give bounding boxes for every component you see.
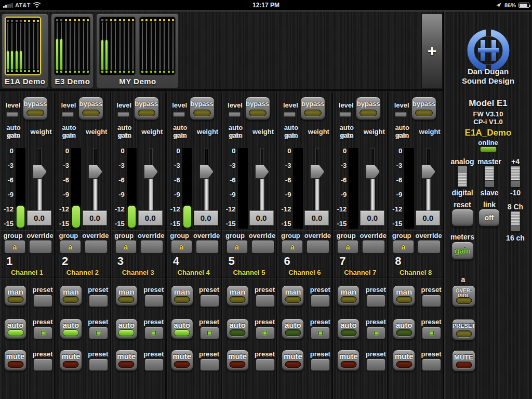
master-override-button[interactable]: OVER- RIDE <box>452 285 475 307</box>
override-button[interactable] <box>251 240 274 254</box>
mute-preset-button[interactable] <box>33 358 52 371</box>
man-preset-button[interactable] <box>422 295 441 307</box>
mute-preset-button[interactable] <box>422 358 441 371</box>
weight-slider-handle[interactable] <box>33 165 47 179</box>
override-button[interactable] <box>140 240 163 254</box>
auto-button[interactable]: auto <box>227 318 249 339</box>
man-preset-button[interactable] <box>366 295 385 307</box>
mute-preset-button[interactable] <box>200 358 219 371</box>
auto-button[interactable]: auto <box>337 318 360 339</box>
master-preset-button[interactable]: PRESET <box>452 319 475 340</box>
mute-preset-button[interactable] <box>256 358 275 371</box>
auto-button[interactable]: auto <box>282 318 304 339</box>
weight-slider-handle[interactable] <box>200 165 214 179</box>
mute-button[interactable]: mute <box>282 350 304 371</box>
channel-name: Channel 8 <box>389 269 443 276</box>
man-preset-button[interactable] <box>144 295 164 307</box>
mute-preset-button[interactable] <box>366 358 385 371</box>
man-button[interactable]: man <box>393 285 415 306</box>
weight-slider-handle[interactable] <box>310 165 324 179</box>
master-slave-switch[interactable] <box>484 166 495 188</box>
channel-number: 7 <box>339 255 345 268</box>
man-button[interactable]: man <box>337 285 360 306</box>
auto-button[interactable]: auto <box>171 318 193 339</box>
preset-tab[interactable]: E3 Demo <box>51 14 94 88</box>
add-preset-button[interactable]: + <box>421 14 443 88</box>
auto-preset-button[interactable] <box>89 327 108 339</box>
group-button[interactable]: a <box>4 240 25 254</box>
override-button[interactable] <box>307 240 329 254</box>
override-button[interactable] <box>418 240 441 254</box>
mute-button[interactable]: mute <box>4 350 26 371</box>
auto-preset-button[interactable] <box>422 327 441 339</box>
auto-button[interactable]: auto <box>4 318 26 339</box>
man-button[interactable]: man <box>171 285 193 306</box>
group-button[interactable]: a <box>60 240 81 254</box>
bypass-button[interactable]: bypass <box>300 97 325 120</box>
reset-button[interactable] <box>451 209 474 227</box>
meters-mode-button[interactable]: gain <box>451 242 474 260</box>
bypass-button[interactable]: bypass <box>190 97 215 120</box>
weight-slider-handle[interactable] <box>255 165 269 179</box>
peak-dot <box>24 20 26 22</box>
bypass-button[interactable]: bypass <box>23 97 48 120</box>
mute-button[interactable]: mute <box>60 350 82 371</box>
override-button[interactable] <box>85 240 108 254</box>
man-preset-button[interactable] <box>256 295 275 307</box>
mute-preset-button[interactable] <box>144 358 164 371</box>
level-switch[interactable] <box>510 166 521 188</box>
mini-meter-bar <box>11 51 13 70</box>
man-preset-button[interactable] <box>200 295 219 307</box>
man-preset-button[interactable] <box>89 295 108 307</box>
man-button[interactable]: man <box>282 285 304 306</box>
bypass-button[interactable]: bypass <box>411 97 436 120</box>
weight-slider-handle[interactable] <box>366 165 380 179</box>
auto-preset-button[interactable] <box>366 327 385 339</box>
man-button[interactable]: man <box>227 285 249 306</box>
group-button[interactable]: a <box>115 240 137 254</box>
bypass-button[interactable]: bypass <box>134 97 159 120</box>
mute-button[interactable]: mute <box>171 350 193 371</box>
mute-button[interactable]: mute <box>227 350 249 371</box>
auto-button[interactable]: auto <box>60 318 82 339</box>
man-button[interactable]: man <box>60 285 82 306</box>
bypass-button[interactable]: bypass <box>78 97 103 120</box>
man-preset-button[interactable] <box>311 295 330 307</box>
override-button[interactable] <box>362 240 385 254</box>
auto-button[interactable]: auto <box>393 318 415 339</box>
man-button[interactable]: man <box>115 285 138 306</box>
auto-preset-button[interactable] <box>200 327 219 339</box>
auto-button[interactable]: auto <box>115 318 138 339</box>
man-button[interactable]: man <box>4 285 26 306</box>
mute-button[interactable]: mute <box>393 350 415 371</box>
weight-slider-handle[interactable] <box>88 165 102 179</box>
bypass-button[interactable]: bypass <box>356 97 381 120</box>
group-button[interactable]: a <box>282 240 303 254</box>
man-preset-button[interactable] <box>33 295 52 307</box>
preset-tab[interactable]: MY Demo <box>96 14 179 88</box>
group-button[interactable]: a <box>171 240 192 254</box>
weight-slider-handle[interactable] <box>421 165 435 179</box>
mute-button[interactable]: mute <box>115 350 138 371</box>
auto-preset-button[interactable] <box>33 327 52 339</box>
link-button[interactable]: off <box>478 209 500 227</box>
mute-preset-button[interactable] <box>311 358 330 371</box>
auto-preset-button[interactable] <box>311 327 330 339</box>
group-button[interactable]: a <box>337 240 358 254</box>
weight-slider-handle[interactable] <box>144 165 158 179</box>
group-button[interactable]: a <box>227 240 248 254</box>
auto-preset-button[interactable] <box>256 327 275 339</box>
group-button[interactable]: a <box>393 240 414 254</box>
override-button[interactable] <box>29 240 52 254</box>
channel-count-switch[interactable] <box>510 211 521 232</box>
gain-value-display: 0.0 <box>416 210 440 225</box>
bypass-button[interactable]: bypass <box>245 97 270 120</box>
master-mute-button[interactable]: MUTE <box>452 350 475 371</box>
mute-preset-button[interactable] <box>89 358 108 371</box>
mute-button[interactable]: mute <box>337 350 360 371</box>
preset-tab[interactable]: E1A Demo <box>2 14 48 88</box>
override-button[interactable] <box>196 240 219 254</box>
analog-digital-switch[interactable] <box>457 166 468 188</box>
signal-dot <box>145 71 148 73</box>
auto-preset-button[interactable] <box>144 327 164 339</box>
